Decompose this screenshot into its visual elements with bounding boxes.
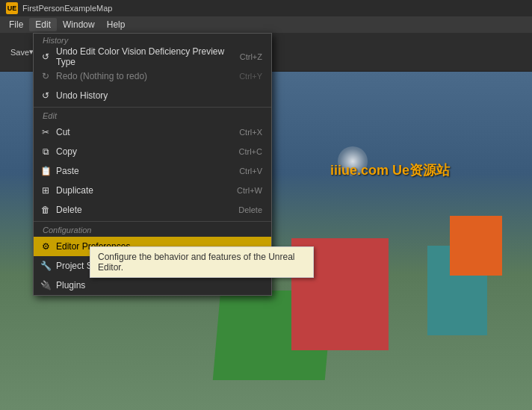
tooltip: Configure the behavior and features of t… bbox=[90, 246, 314, 278]
separator-1 bbox=[34, 107, 271, 108]
redo-shortcut: Ctrl+Y bbox=[239, 72, 262, 81]
paste-shortcut: Ctrl+V bbox=[239, 167, 262, 176]
project-settings-icon: 🔧 bbox=[40, 260, 52, 272]
section-history-label: History bbox=[34, 34, 271, 47]
undo-label: Undo Edit Color Vision Deficiency Previe… bbox=[56, 46, 225, 67]
cut-shortcut: Ctrl+X bbox=[239, 128, 262, 137]
menu-copy[interactable]: ⧉ Copy Ctrl+C bbox=[34, 142, 271, 161]
plugins-label: Plugins bbox=[56, 280, 262, 291]
tooltip-text: Configure the behavior and features of t… bbox=[98, 252, 295, 273]
delete-label: Delete bbox=[56, 205, 223, 215]
cube-orange bbox=[450, 216, 502, 276]
redo-icon: ↻ bbox=[40, 70, 52, 82]
section-config-label: Configuration bbox=[34, 223, 271, 237]
menu-bar: File Edit Window Help bbox=[0, 16, 532, 33]
cut-label: Cut bbox=[56, 127, 224, 137]
duplicate-shortcut: Ctrl+W bbox=[237, 186, 262, 195]
undo-history-icon: ↺ bbox=[40, 90, 52, 102]
menu-window[interactable]: Window bbox=[57, 18, 101, 31]
title-bar: UE FirstPersonExampleMap bbox=[0, 0, 532, 16]
menu-edit[interactable]: Edit bbox=[29, 18, 57, 31]
menu-duplicate[interactable]: ⊞ Duplicate Ctrl+W bbox=[34, 181, 271, 200]
particle-effect bbox=[338, 146, 368, 176]
delete-icon: 🗑 bbox=[40, 204, 52, 216]
menu-help[interactable]: Help bbox=[101, 18, 132, 31]
section-edit-label: Edit bbox=[34, 109, 271, 122]
menu-paste[interactable]: 📋 Paste Ctrl+V bbox=[34, 161, 271, 181]
app-icon: UE bbox=[6, 2, 18, 14]
plugins-icon: 🔌 bbox=[40, 279, 52, 291]
map-name: FirstPersonExampleMap bbox=[22, 4, 112, 13]
separator-2 bbox=[34, 221, 271, 222]
paste-icon: 📋 bbox=[40, 165, 52, 177]
undo-history-label: Undo History bbox=[56, 90, 262, 101]
duplicate-icon: ⊞ bbox=[40, 184, 52, 196]
paste-label: Paste bbox=[56, 166, 224, 176]
menu-cut[interactable]: ✂ Cut Ctrl+X bbox=[34, 122, 271, 142]
menu-redo[interactable]: ↻ Redo (Nothing to redo) Ctrl+Y bbox=[34, 66, 271, 86]
copy-shortcut: Ctrl+C bbox=[239, 147, 262, 156]
menu-undo[interactable]: ↺ Undo Edit Color Vision Deficiency Prev… bbox=[34, 47, 271, 66]
cut-icon: ✂ bbox=[40, 126, 52, 138]
menu-file[interactable]: File bbox=[3, 18, 29, 31]
duplicate-label: Duplicate bbox=[56, 185, 222, 196]
copy-label: Copy bbox=[56, 146, 224, 157]
undo-icon: ↺ bbox=[40, 51, 52, 63]
menu-delete[interactable]: 🗑 Delete Delete bbox=[34, 200, 271, 220]
menu-undo-history[interactable]: ↺ Undo History bbox=[34, 86, 271, 105]
delete-shortcut: Delete bbox=[238, 205, 262, 214]
redo-label: Redo (Nothing to redo) bbox=[56, 71, 224, 81]
menu-plugins[interactable]: 🔌 Plugins bbox=[34, 276, 271, 295]
copy-icon: ⧉ bbox=[40, 146, 52, 158]
undo-shortcut: Ctrl+Z bbox=[240, 52, 262, 61]
editor-prefs-icon: ⚙ bbox=[40, 240, 52, 252]
